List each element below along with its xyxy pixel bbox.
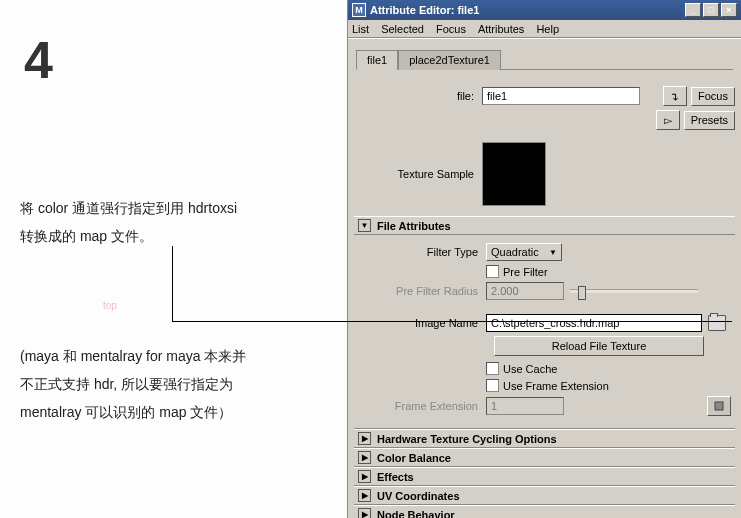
window-title: Attribute Editor: file1 — [370, 4, 479, 16]
menu-attributes[interactable]: Attributes — [478, 23, 524, 35]
texture-sample-swatch[interactable] — [482, 142, 546, 206]
maximize-button[interactable]: □ — [703, 3, 719, 17]
window-titlebar[interactable]: M Attribute Editor: file1 _ □ × — [348, 0, 741, 20]
step-number: 4 — [10, 10, 337, 90]
frame-ext-connect-button[interactable] — [707, 396, 731, 416]
frame-extension-input[interactable] — [486, 397, 564, 415]
minimize-button[interactable]: _ — [685, 3, 701, 17]
section-hw-texture[interactable]: ▶ Hardware Texture Cycling Options — [354, 429, 735, 448]
tabs-area: file1 place2dTexture1 — [348, 39, 741, 74]
text: 不正式支持 hdr, 所以要强行指定为 — [20, 376, 233, 392]
use-cache-checkbox[interactable] — [486, 362, 499, 375]
menu-list[interactable]: List — [352, 23, 369, 35]
section-title: Node Behavior — [377, 509, 455, 519]
back-button[interactable]: ↵ — [663, 86, 687, 106]
filter-type-label: Filter Type — [358, 246, 486, 258]
text: 将 color 通道强行指定到用 hdrtoxsi — [20, 200, 237, 216]
doc-left-panel: 4 将 color 通道强行指定到用 hdrtoxsi 转换成的 map 文件。… — [0, 0, 347, 518]
frame-extension-label: Frame Extension — [358, 400, 486, 412]
instruction-text-2: (maya 和 mentalray for maya 本来并 不正式支持 hdr… — [20, 342, 340, 426]
pre-filter-radius-label: Pre Filter Radius — [358, 285, 486, 297]
connector-line — [172, 246, 173, 322]
content-area: file: ↵ Focus ▻ Presets Texture Sample ▼ — [348, 74, 741, 518]
back-icon: ↵ — [669, 92, 682, 101]
connect-icon — [713, 400, 725, 412]
pre-filter-label: Pre Filter — [503, 266, 548, 278]
menu-help[interactable]: Help — [536, 23, 559, 35]
filter-type-dropdown[interactable]: Quadratic ▼ — [486, 243, 562, 261]
viewport-label: top — [103, 300, 117, 311]
expand-icon: ▶ — [358, 451, 371, 464]
section-title: Hardware Texture Cycling Options — [377, 433, 557, 445]
browse-folder-icon[interactable] — [708, 315, 726, 331]
section-node-behavior[interactable]: ▶ Node Behavior — [354, 505, 735, 518]
slider-thumb[interactable] — [578, 286, 586, 300]
forward-icon: ▻ — [664, 114, 672, 127]
attribute-editor-window: M Attribute Editor: file1 _ □ × List Sel… — [347, 0, 741, 518]
expand-icon: ▶ — [358, 432, 371, 445]
section-title: Color Balance — [377, 452, 451, 464]
connector-line — [172, 321, 732, 322]
presets-button[interactable]: Presets — [684, 111, 735, 130]
svg-rect-0 — [715, 402, 723, 410]
section-title: File Attributes — [377, 220, 451, 232]
tabs: file1 place2dTexture1 — [356, 49, 733, 70]
pre-filter-radius-input[interactable] — [486, 282, 564, 300]
section-effects[interactable]: ▶ Effects — [354, 467, 735, 486]
section-file-attributes[interactable]: ▼ File Attributes — [354, 216, 735, 235]
node-type-label: file: — [354, 90, 482, 102]
section-title: UV Coordinates — [377, 490, 460, 502]
collapse-icon: ▼ — [358, 219, 371, 232]
menu-focus[interactable]: Focus — [436, 23, 466, 35]
tab-file1[interactable]: file1 — [356, 50, 398, 70]
pre-filter-radius-slider[interactable] — [570, 289, 698, 293]
menu-selected[interactable]: Selected — [381, 23, 424, 35]
menubar: List Selected Focus Attributes Help — [348, 20, 741, 38]
pre-filter-checkbox[interactable] — [486, 265, 499, 278]
reload-file-texture-button[interactable]: Reload File Texture — [494, 336, 704, 356]
use-cache-label: Use Cache — [503, 363, 557, 375]
section-color-balance[interactable]: ▶ Color Balance — [354, 448, 735, 467]
text: 转换成的 map 文件。 — [20, 228, 153, 244]
file-attributes-body: Filter Type Quadratic ▼ Pre Filter Pre F… — [354, 235, 735, 429]
image-name-input[interactable] — [486, 314, 702, 332]
instruction-text-1: 将 color 通道强行指定到用 hdrtoxsi 转换成的 map 文件。 — [20, 194, 340, 250]
node-name-input[interactable] — [482, 87, 640, 105]
text: (maya 和 mentalray for maya 本来并 — [20, 348, 246, 364]
chevron-down-icon: ▼ — [549, 248, 557, 257]
close-button[interactable]: × — [721, 3, 737, 17]
image-name-label: Image Name — [358, 317, 486, 329]
focus-button[interactable]: Focus — [691, 87, 735, 106]
expand-icon: ▶ — [358, 489, 371, 502]
app-icon: M — [352, 3, 366, 17]
section-uv-coordinates[interactable]: ▶ UV Coordinates — [354, 486, 735, 505]
forward-button[interactable]: ▻ — [656, 110, 680, 130]
texture-sample-label: Texture Sample — [354, 168, 482, 180]
expand-icon: ▶ — [358, 470, 371, 483]
tab-place2dtexture1[interactable]: place2dTexture1 — [398, 50, 501, 70]
use-frame-ext-label: Use Frame Extension — [503, 380, 609, 392]
section-title: Effects — [377, 471, 414, 483]
expand-icon: ▶ — [358, 508, 371, 518]
text: mentalray 可以识别的 map 文件） — [20, 404, 232, 420]
dropdown-value: Quadratic — [491, 246, 539, 258]
use-frame-ext-checkbox[interactable] — [486, 379, 499, 392]
